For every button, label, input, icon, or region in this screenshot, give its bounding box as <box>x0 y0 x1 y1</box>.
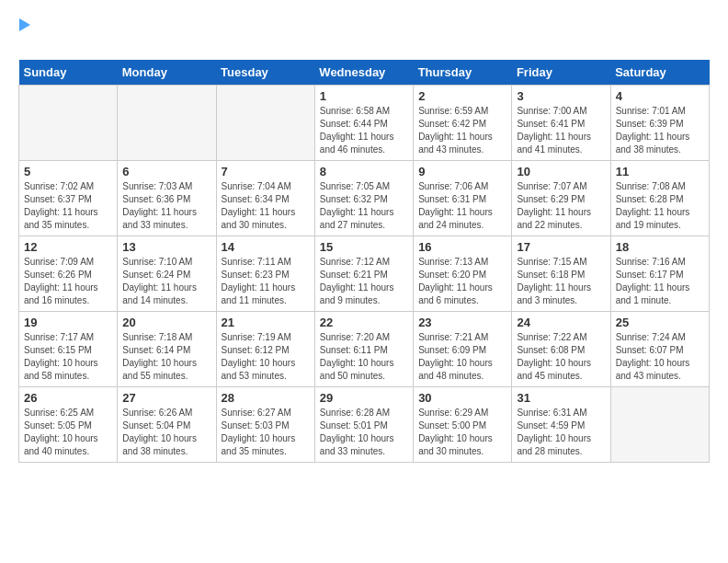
calendar-cell: 8Sunrise: 7:05 AM Sunset: 6:32 PM Daylig… <box>314 161 413 236</box>
calendar-cell: 28Sunrise: 6:27 AM Sunset: 5:03 PM Dayli… <box>216 387 314 463</box>
calendar-cell: 11Sunrise: 7:08 AM Sunset: 6:28 PM Dayli… <box>610 161 709 236</box>
day-info: Sunrise: 7:10 AM Sunset: 6:24 PM Dayligh… <box>122 256 210 307</box>
day-info: Sunrise: 7:21 AM Sunset: 6:09 PM Dayligh… <box>418 331 506 383</box>
calendar-cell: 5Sunrise: 7:02 AM Sunset: 6:37 PM Daylig… <box>19 161 118 236</box>
day-info: Sunrise: 7:15 AM Sunset: 6:18 PM Dayligh… <box>517 256 605 307</box>
calendar-cell: 14Sunrise: 7:11 AM Sunset: 6:23 PM Dayli… <box>216 236 314 312</box>
calendar-cell: 4Sunrise: 7:01 AM Sunset: 6:39 PM Daylig… <box>610 86 709 161</box>
day-info: Sunrise: 7:19 AM Sunset: 6:12 PM Dayligh… <box>222 331 310 383</box>
day-number: 19 <box>24 316 112 329</box>
day-number: 23 <box>418 316 506 329</box>
calendar-cell: 3Sunrise: 7:00 AM Sunset: 6:41 PM Daylig… <box>512 86 610 161</box>
day-number: 28 <box>222 391 310 405</box>
weekday-friday: Friday <box>512 60 610 86</box>
day-number: 7 <box>222 165 310 178</box>
calendar-cell: 12Sunrise: 7:09 AM Sunset: 6:26 PM Dayli… <box>19 236 118 312</box>
day-info: Sunrise: 7:03 AM Sunset: 6:36 PM Dayligh… <box>122 180 210 232</box>
calendar-cell: 26Sunrise: 6:25 AM Sunset: 5:05 PM Dayli… <box>19 387 118 463</box>
day-info: Sunrise: 7:20 AM Sunset: 6:11 PM Dayligh… <box>320 331 408 383</box>
day-number: 1 <box>320 89 408 103</box>
day-number: 30 <box>418 391 506 405</box>
day-info: Sunrise: 7:12 AM Sunset: 6:21 PM Dayligh… <box>320 256 408 307</box>
calendar-cell <box>118 86 216 161</box>
day-info: Sunrise: 7:18 AM Sunset: 6:14 PM Dayligh… <box>122 331 210 383</box>
calendar-cell: 18Sunrise: 7:16 AM Sunset: 6:17 PM Dayli… <box>610 236 709 312</box>
day-info: Sunrise: 7:07 AM Sunset: 6:29 PM Dayligh… <box>517 180 605 232</box>
logo <box>18 18 30 51</box>
day-number: 8 <box>320 165 408 178</box>
calendar-cell: 1Sunrise: 6:58 AM Sunset: 6:44 PM Daylig… <box>314 86 413 161</box>
day-info: Sunrise: 6:31 AM Sunset: 4:59 PM Dayligh… <box>517 407 605 458</box>
day-number: 26 <box>24 391 112 405</box>
logo-arrow-icon <box>19 18 30 31</box>
day-info: Sunrise: 7:17 AM Sunset: 6:15 PM Dayligh… <box>24 331 112 383</box>
calendar-cell: 16Sunrise: 7:13 AM Sunset: 6:20 PM Dayli… <box>414 236 512 312</box>
calendar-cell: 9Sunrise: 7:06 AM Sunset: 6:31 PM Daylig… <box>414 161 512 236</box>
day-number: 11 <box>616 165 704 178</box>
day-info: Sunrise: 7:02 AM Sunset: 6:37 PM Dayligh… <box>24 180 112 232</box>
calendar-cell <box>610 387 709 463</box>
day-info: Sunrise: 7:16 AM Sunset: 6:17 PM Dayligh… <box>616 256 704 307</box>
day-info: Sunrise: 7:09 AM Sunset: 6:26 PM Dayligh… <box>24 256 112 307</box>
day-info: Sunrise: 6:27 AM Sunset: 5:03 PM Dayligh… <box>222 407 310 458</box>
day-number: 17 <box>517 240 605 254</box>
day-number: 4 <box>616 89 704 103</box>
calendar-week-3: 12Sunrise: 7:09 AM Sunset: 6:26 PM Dayli… <box>19 236 710 312</box>
calendar-cell: 13Sunrise: 7:10 AM Sunset: 6:24 PM Dayli… <box>118 236 216 312</box>
calendar-cell: 27Sunrise: 6:26 AM Sunset: 5:04 PM Dayli… <box>118 387 216 463</box>
weekday-saturday: Saturday <box>610 60 709 86</box>
day-info: Sunrise: 7:06 AM Sunset: 6:31 PM Dayligh… <box>418 180 506 232</box>
calendar-cell: 22Sunrise: 7:20 AM Sunset: 6:11 PM Dayli… <box>314 312 413 387</box>
day-number: 5 <box>24 165 112 178</box>
day-info: Sunrise: 6:25 AM Sunset: 5:05 PM Dayligh… <box>24 407 112 458</box>
day-info: Sunrise: 7:22 AM Sunset: 6:08 PM Dayligh… <box>517 331 605 383</box>
calendar-week-5: 26Sunrise: 6:25 AM Sunset: 5:05 PM Dayli… <box>19 387 710 463</box>
weekday-thursday: Thursday <box>414 60 512 86</box>
day-info: Sunrise: 7:24 AM Sunset: 6:07 PM Dayligh… <box>616 331 704 383</box>
day-number: 15 <box>320 240 408 254</box>
day-number: 24 <box>517 316 605 329</box>
calendar-week-1: 1Sunrise: 6:58 AM Sunset: 6:44 PM Daylig… <box>19 86 710 161</box>
calendar-cell: 24Sunrise: 7:22 AM Sunset: 6:08 PM Dayli… <box>512 312 610 387</box>
day-number: 12 <box>24 240 112 254</box>
weekday-monday: Monday <box>118 60 216 86</box>
calendar-cell: 10Sunrise: 7:07 AM Sunset: 6:29 PM Dayli… <box>512 161 610 236</box>
calendar-week-4: 19Sunrise: 7:17 AM Sunset: 6:15 PM Dayli… <box>19 312 710 387</box>
day-number: 18 <box>616 240 704 254</box>
day-number: 20 <box>122 316 210 329</box>
day-info: Sunrise: 7:13 AM Sunset: 6:20 PM Dayligh… <box>418 256 506 307</box>
calendar-cell: 29Sunrise: 6:28 AM Sunset: 5:01 PM Dayli… <box>314 387 413 463</box>
weekday-wednesday: Wednesday <box>314 60 413 86</box>
day-info: Sunrise: 7:00 AM Sunset: 6:41 PM Dayligh… <box>517 105 605 156</box>
calendar-cell: 15Sunrise: 7:12 AM Sunset: 6:21 PM Dayli… <box>314 236 413 312</box>
day-info: Sunrise: 7:08 AM Sunset: 6:28 PM Dayligh… <box>616 180 704 232</box>
day-info: Sunrise: 6:26 AM Sunset: 5:04 PM Dayligh… <box>122 407 210 458</box>
weekday-sunday: Sunday <box>19 60 118 86</box>
day-info: Sunrise: 6:59 AM Sunset: 6:42 PM Dayligh… <box>418 105 506 156</box>
calendar-cell: 21Sunrise: 7:19 AM Sunset: 6:12 PM Dayli… <box>216 312 314 387</box>
day-number: 10 <box>517 165 605 178</box>
calendar-cell: 19Sunrise: 7:17 AM Sunset: 6:15 PM Dayli… <box>19 312 118 387</box>
day-number: 14 <box>222 240 310 254</box>
day-number: 9 <box>418 165 506 178</box>
weekday-tuesday: Tuesday <box>216 60 314 86</box>
day-info: Sunrise: 7:04 AM Sunset: 6:34 PM Dayligh… <box>222 180 310 232</box>
day-number: 27 <box>122 391 210 405</box>
day-info: Sunrise: 6:58 AM Sunset: 6:44 PM Dayligh… <box>320 105 408 156</box>
day-number: 6 <box>122 165 210 178</box>
day-number: 16 <box>418 240 506 254</box>
day-info: Sunrise: 6:28 AM Sunset: 5:01 PM Dayligh… <box>320 407 408 458</box>
calendar-cell: 6Sunrise: 7:03 AM Sunset: 6:36 PM Daylig… <box>118 161 216 236</box>
page-header <box>18 18 710 51</box>
day-number: 25 <box>616 316 704 329</box>
calendar-cell: 25Sunrise: 7:24 AM Sunset: 6:07 PM Dayli… <box>610 312 709 387</box>
weekday-header-row: SundayMondayTuesdayWednesdayThursdayFrid… <box>19 60 710 86</box>
day-info: Sunrise: 7:11 AM Sunset: 6:23 PM Dayligh… <box>222 256 310 307</box>
day-info: Sunrise: 7:05 AM Sunset: 6:32 PM Dayligh… <box>320 180 408 232</box>
day-number: 2 <box>418 89 506 103</box>
calendar-cell: 17Sunrise: 7:15 AM Sunset: 6:18 PM Dayli… <box>512 236 610 312</box>
calendar-cell: 31Sunrise: 6:31 AM Sunset: 4:59 PM Dayli… <box>512 387 610 463</box>
calendar-cell: 30Sunrise: 6:29 AM Sunset: 5:00 PM Dayli… <box>414 387 512 463</box>
day-number: 29 <box>320 391 408 405</box>
day-info: Sunrise: 7:01 AM Sunset: 6:39 PM Dayligh… <box>616 105 704 156</box>
